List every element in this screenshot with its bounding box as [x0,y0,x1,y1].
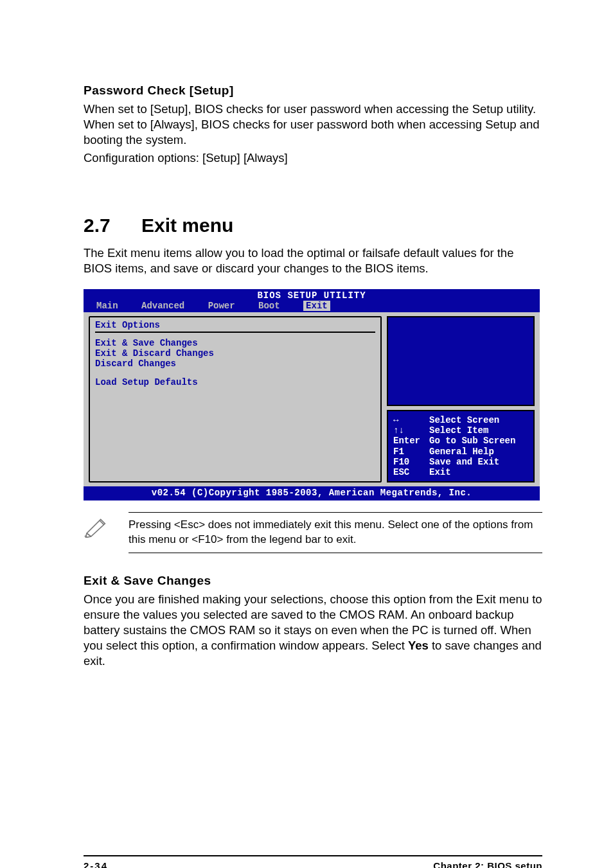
bios-legend: ↔Select Screen ↑↓Select Item EnterGo to … [387,410,535,483]
legend-row: ↑↓Select Item [393,425,528,436]
yes-bold: Yes [408,639,429,652]
bios-left-pane: Exit Options Exit & Save Changes Exit & … [89,316,382,483]
note-text: Pressing <Esc> does not immediately exit… [129,512,542,553]
legend-row: F1General Help [393,447,528,457]
para-password-options: Configuration options: [Setup] [Always] [84,150,542,166]
heading-exit-menu: 2.7Exit menu [84,215,542,236]
bios-tab-boot: Boot [258,301,280,311]
chapter-label: Chapter 2: BIOS setup [433,860,542,868]
note-row: Pressing <Esc> does not immediately exit… [84,512,542,553]
bios-footer: v02.54 (C)Copyright 1985-2003, American … [84,486,540,500]
legend-row: ESCExit [393,467,528,477]
section-number: 2.7 [84,215,141,236]
bios-divider [95,332,375,333]
bios-title: BIOS SETUP UTILITY [84,289,540,301]
bios-item-exit-discard: Exit & Discard Changes [95,348,375,359]
para-exit-intro: The Exit menu items allow you to load th… [84,245,542,276]
bios-item-exit-save: Exit & Save Changes [95,338,375,348]
section-title: Exit menu [141,215,233,236]
bios-tab-main: Main [96,301,118,311]
bios-item-discard: Discard Changes [95,359,375,369]
bios-body: Exit Options Exit & Save Changes Exit & … [84,312,540,486]
page-number: 2-34 [84,860,108,868]
bios-menubar: Main Advanced Power Boot Exit [84,301,540,312]
bios-group-title: Exit Options [95,320,375,330]
bios-gap [95,369,375,377]
bios-screenshot: BIOS SETUP UTILITY Main Advanced Power B… [84,289,540,500]
heading-password-check: Password Check [Setup] [84,84,542,98]
bios-help-pane [387,316,535,406]
section-exit-save: Exit & Save Changes Once you are finishe… [84,574,542,669]
para-password-desc: When set to [Setup], BIOS checks for use… [84,102,542,148]
legend-row: EnterGo to Sub Screen [393,436,528,446]
heading-exit-save: Exit & Save Changes [84,574,542,588]
bios-tab-exit: Exit [303,301,330,311]
page-footer: 2-34 Chapter 2: BIOS setup [84,855,542,868]
legend-row: ↔Select Screen [393,415,528,425]
bios-tab-power: Power [208,301,235,311]
section-password-check: Password Check [Setup] When set to [Setu… [84,84,542,166]
pencil-icon [84,512,113,540]
para-exit-save: Once you are finished making your select… [84,592,542,669]
bios-item-load-defaults: Load Setup Defaults [95,377,375,387]
section-exit-menu: 2.7Exit menu The Exit menu items allow y… [84,215,542,276]
bios-right-pane: ↔Select Screen ↑↓Select Item EnterGo to … [387,316,535,483]
legend-row: F10Save and Exit [393,457,528,467]
bios-tab-advanced: Advanced [141,301,184,311]
